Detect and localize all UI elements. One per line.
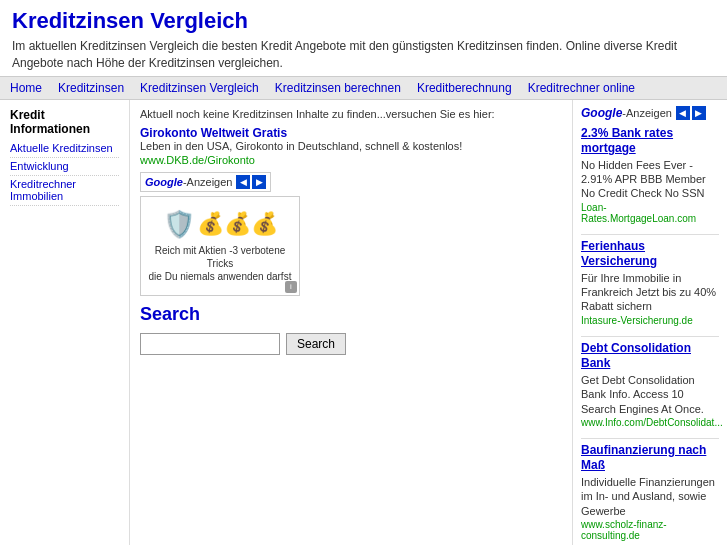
right-google-brand: Google xyxy=(581,106,622,120)
content-notice: Aktuell noch keine Kreditzinsen Inhalte … xyxy=(140,108,562,120)
ad-divider-3 xyxy=(581,438,719,439)
ad-shield-icon: 🛡️ xyxy=(163,209,195,240)
nav-kreditzinsen-vergleich[interactable]: Kreditzinsen Vergleich xyxy=(140,81,259,95)
ad-banner: 🛡️ 💰💰💰 Reich mit Aktien -3 verbotene Tri… xyxy=(140,196,300,296)
sidebar-item-aktuelle-kreditzinsen[interactable]: Aktuelle Kreditzinsen xyxy=(10,142,119,158)
ad-info-icon: i xyxy=(285,281,297,293)
right-ad-1-desc: No Hidden Fees Ever - 2.91% APR BBB Memb… xyxy=(581,158,719,201)
promo-link[interactable]: Girokonto Weltweit Gratis xyxy=(140,126,287,140)
page-description: Im aktuellen Kreditzinsen Vergleich die … xyxy=(12,38,715,72)
nav-kreditzinsen[interactable]: Kreditzinsen xyxy=(58,81,124,95)
right-ad-2-desc: Für Ihre Immobilie in Frankreich Jetzt b… xyxy=(581,271,719,314)
ad-text-line2: die Du niemals anwenden darfst xyxy=(145,270,296,283)
right-anzeigen-label: -Anzeigen xyxy=(622,107,672,119)
right-google-bar: Google -Anzeigen ◀ ▶ xyxy=(581,106,719,120)
right-ad-1-title[interactable]: 2.3% Bank rates mortgage xyxy=(581,126,719,157)
right-ad-4-title[interactable]: Baufinanzierung nach Maß xyxy=(581,443,719,474)
sidebar-item-kreditrechner-immobilien[interactable]: Kreditrechner Immobilien xyxy=(10,178,119,206)
ad-nav-next[interactable]: ▶ xyxy=(252,175,266,189)
google-brand-text: Google xyxy=(145,176,183,188)
right-ad-2-url: Intasure-Versicherung.de xyxy=(581,315,719,326)
ad-text-line1: Reich mit Aktien -3 verbotene Tricks xyxy=(141,244,299,270)
page-title: Kreditzinsen Vergleich xyxy=(12,8,715,34)
ad-divider-2 xyxy=(581,336,719,337)
google-anzeigen-bar: Google -Anzeigen ◀ ▶ xyxy=(140,172,271,192)
search-form: Search xyxy=(140,333,562,355)
ad-divider-1 xyxy=(581,234,719,235)
right-ad-nav-next[interactable]: ▶ xyxy=(692,106,706,120)
anzeigen-label: -Anzeigen xyxy=(183,176,233,188)
right-ad-3-url: www.Info.com/DebtConsolidat... xyxy=(581,417,719,428)
right-ad-1-url: Loan-Rates.MortgageLoan.com xyxy=(581,202,719,224)
right-ad-2: Ferienhaus Versicherung Für Ihre Immobil… xyxy=(581,239,719,326)
ad-image-area: 🛡️ 💰💰💰 Reich mit Aktien -3 verbotene Tri… xyxy=(140,196,562,296)
right-ad-1: 2.3% Bank rates mortgage No Hidden Fees … xyxy=(581,126,719,224)
ad-nav-prev[interactable]: ◀ xyxy=(236,175,250,189)
promo-text: Leben in den USA, Girokonto in Deutschla… xyxy=(140,140,562,152)
right-ad-4: Baufinanzierung nach Maß Individuelle Fi… xyxy=(581,443,719,541)
right-ad-nav-arrows[interactable]: ◀ ▶ xyxy=(676,106,706,120)
ad-nav-arrows[interactable]: ◀ ▶ xyxy=(236,175,266,189)
search-title: Search xyxy=(140,304,562,325)
right-ad-3-title[interactable]: Debt Consolidation Bank xyxy=(581,341,719,372)
nav-kreditberechnung[interactable]: Kreditberechnung xyxy=(417,81,512,95)
sidebar-item-entwicklung[interactable]: Entwicklung xyxy=(10,160,119,176)
right-ad-4-desc: Individuelle Finanzierungen im In- und A… xyxy=(581,475,719,518)
nav-kreditzinsen-berechnen[interactable]: Kreditzinsen berechnen xyxy=(275,81,401,95)
promo-url: www.DKB.de/Girokonto xyxy=(140,154,562,166)
ad-coins-icon: 💰💰💰 xyxy=(197,211,278,237)
sidebar-heading: Kredit Informationen xyxy=(10,108,119,136)
right-ad-2-title[interactable]: Ferienhaus Versicherung xyxy=(581,239,719,270)
search-button[interactable]: Search xyxy=(286,333,346,355)
right-ad-3-desc: Get Debt Consolidation Bank Info. Access… xyxy=(581,373,719,416)
right-ad-nav-prev[interactable]: ◀ xyxy=(676,106,690,120)
right-ad-3: Debt Consolidation Bank Get Debt Consoli… xyxy=(581,341,719,428)
search-input[interactable] xyxy=(140,333,280,355)
nav-kreditrechner-online[interactable]: Kreditrechner online xyxy=(528,81,635,95)
right-ad-4-url: www.scholz-finanz-consulting.de xyxy=(581,519,719,541)
nav-home[interactable]: Home xyxy=(10,81,42,95)
